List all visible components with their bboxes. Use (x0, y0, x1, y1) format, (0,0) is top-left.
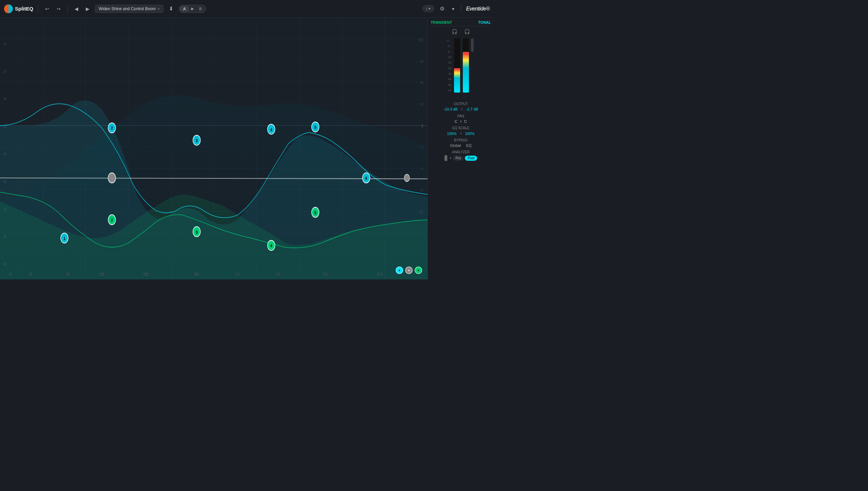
analyzer-bars-icon[interactable]: ▊ (445, 155, 448, 161)
transient-tab[interactable]: TRANSIENT (431, 20, 452, 24)
svg-point-63 (404, 174, 410, 182)
left-meter-bar-container (454, 38, 460, 93)
svg-text:5: 5 (314, 124, 316, 130)
ab-copy-button[interactable]: ▶ (190, 6, 195, 11)
svg-text:+9: +9 (420, 59, 423, 64)
svg-text:2: 2 (111, 217, 113, 223)
svg-text:-20: -20 (3, 69, 7, 74)
output-left-value[interactable]: -10.3 dB (443, 107, 458, 112)
svg-text:3: 3 (196, 229, 198, 235)
right-meter-fill (463, 52, 469, 93)
svg-text:5: 5 (314, 210, 316, 215)
preset-name: Widen Shine and Control Boom (99, 6, 156, 11)
left-peak-indicator: — (456, 96, 459, 99)
panel-header: TRANSIENT TONAL (431, 20, 491, 26)
bypass-eq[interactable]: EQ (466, 143, 472, 148)
eq-scale-right[interactable]: 100% (465, 132, 475, 136)
svg-text:+12: +12 (418, 38, 423, 42)
divider-3 (461, 4, 461, 13)
right-panel: TRANSIENT TONAL 🎧 🎧 0 -3 -6 -10 -15 -20 … (428, 18, 494, 279)
svg-text:+6: +6 (420, 80, 423, 85)
app-title: SplitEQ (15, 6, 33, 12)
info-dropdown-icon: ▾ (429, 6, 431, 11)
svg-text:-10: -10 (3, 42, 7, 46)
svg-text:5 K: 5 K (323, 272, 328, 277)
meter-section: 0 -3 -6 -10 -15 -20 -30 -40 -50 -inf (431, 38, 491, 93)
solo-mid-button[interactable]: ♦ (405, 267, 413, 274)
a-button[interactable]: A (180, 6, 189, 12)
svg-text:500: 500 (194, 272, 199, 277)
svg-text:2: 2 (111, 125, 113, 131)
top-toolbar: SplitEQ ↩ ↪ ◀ ▶ Widen Shine and Control … (0, 0, 494, 18)
svg-text:1: 1 (63, 236, 65, 241)
eventide-logo: Eventide® (466, 6, 490, 12)
left-meter-channel (454, 38, 460, 93)
prev-preset-button[interactable]: ◀ (73, 5, 80, 13)
headphone-right-icon[interactable]: 🎧 (464, 29, 470, 34)
eq-scale-arrow: ⬆ (459, 131, 462, 136)
svg-point-62 (108, 173, 116, 183)
svg-text:0: 0 (421, 123, 423, 128)
settings-button[interactable]: ⚙ (438, 4, 447, 13)
svg-text:50: 50 (66, 272, 70, 277)
output-values: -10.3 dB ⬆ -2.7 dB (431, 107, 491, 112)
svg-text:-30: -30 (3, 97, 7, 101)
right-peak-indicator: — (463, 96, 466, 99)
svg-text:200: 200 (143, 272, 148, 277)
bypass-label: BYPASS (431, 138, 491, 142)
logo-icon (4, 4, 13, 13)
eq-scale-values: 100% ⬆ 100% (431, 131, 491, 136)
next-preset-button[interactable]: ▶ (84, 5, 92, 13)
preset-dropdown-icon: ▾ (158, 6, 160, 11)
svg-text:10 K: 10 K (377, 272, 383, 277)
eq-display: +12 +9 +6 +3 0 -3 -6 -9 -12 -10 -20 -30 … (0, 18, 428, 279)
tonal-tab[interactable]: TONAL (478, 20, 491, 24)
preset-selector[interactable]: Widen Shine and Control Boom ▾ (95, 5, 163, 13)
svg-text:4: 4 (270, 243, 272, 249)
redo-button[interactable]: ↪ (55, 5, 63, 13)
headphone-left-icon[interactable]: 🎧 (452, 29, 457, 34)
svg-text:3: 3 (196, 138, 198, 143)
analyzer-btns: ▊ ▾ Pre Post (431, 155, 491, 161)
svg-text:4: 4 (270, 127, 272, 132)
analyzer-section: ANALYZER ▊ ▾ Pre Post (431, 150, 491, 161)
b-button[interactable]: B (196, 6, 205, 12)
pan-label: PAN (431, 114, 491, 118)
meter-scrollbar[interactable] (471, 38, 474, 52)
svg-text:10: 10 (8, 272, 12, 277)
svg-text:20: 20 (29, 272, 32, 277)
divider-2 (67, 4, 68, 13)
bypass-section: BYPASS Global EQ (431, 138, 491, 148)
svg-text:2 K: 2 K (276, 272, 280, 277)
info-icon: i (426, 7, 427, 11)
svg-text:1 K: 1 K (235, 272, 240, 277)
pan-left-value[interactable]: C (455, 119, 457, 123)
save-preset-button[interactable]: ⬇ (167, 4, 175, 13)
pan-values: C ⬆ C (431, 119, 491, 123)
pan-right-value[interactable]: C (464, 119, 467, 123)
left-meter-fill (454, 68, 460, 93)
svg-text:+3: +3 (420, 102, 423, 107)
solo-tonal-button[interactable]: ♦ (396, 267, 403, 274)
pan-section: PAN C ⬆ C (431, 114, 491, 123)
db-scale: 0 -3 -6 -10 -15 -20 -30 -40 -50 -inf (447, 38, 451, 93)
eq-scale-label: EQ SCALE (431, 126, 491, 130)
info-button[interactable]: i ▾ (422, 5, 434, 12)
pre-button[interactable]: Pre (453, 156, 464, 161)
solo-transient-button[interactable]: ♦ (415, 267, 422, 274)
post-button[interactable]: Post (465, 156, 477, 161)
ab-group: A ▶ B (179, 5, 206, 13)
bypass-global[interactable]: Global (450, 143, 461, 148)
app-logo: SplitEQ (4, 4, 33, 13)
output-right-value[interactable]: -2.7 dB (466, 107, 478, 112)
eq-scale-left[interactable]: 100% (447, 132, 456, 136)
more-button[interactable]: ▾ (450, 5, 456, 13)
svg-text:6: 6 (365, 176, 367, 181)
output-label: OUTPUT (431, 102, 491, 106)
right-meter-bar-container (463, 38, 469, 93)
analyzer-chevron-icon[interactable]: ▾ (450, 156, 452, 160)
right-meter-channel (463, 38, 469, 93)
eq-scale-section: EQ SCALE 100% ⬆ 100% (431, 126, 491, 136)
pan-arrow-icon: ⬆ (459, 120, 462, 123)
undo-button[interactable]: ↩ (43, 5, 51, 13)
